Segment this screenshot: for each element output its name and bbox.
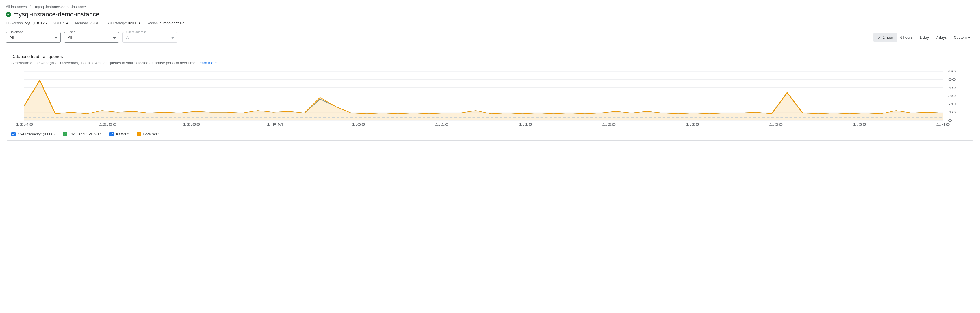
breadcrumb-current: mysql-instance-demo-instance [35, 5, 86, 9]
time-range-label: 7 days [936, 35, 947, 40]
card-subtitle: A measure of the work (in CPU-seconds) t… [11, 60, 969, 65]
storage-value: 320 GB [128, 21, 140, 25]
time-range-label: 1 day [920, 35, 929, 40]
svg-text:10: 10 [948, 111, 956, 114]
svg-text:12:50: 12:50 [99, 123, 117, 126]
vcpus-value: 4 [67, 21, 68, 25]
dropdown-icon [171, 35, 174, 40]
legend-cpu-capacity[interactable]: CPU capacity: (4.000) [11, 132, 55, 136]
controls-row: Database All User All Client address All… [6, 32, 974, 43]
card-title: Database load - all queries [11, 54, 969, 59]
svg-text:30: 30 [948, 94, 956, 98]
region-label: Region: [147, 21, 159, 25]
legend-cpu-wait[interactable]: CPU and CPU wait [63, 132, 102, 136]
svg-text:1:05: 1:05 [351, 123, 365, 126]
chevron-right-icon [29, 5, 33, 9]
client-address-select: Client address All [123, 32, 177, 43]
client-select-value: All [126, 35, 130, 40]
instance-meta: DB version: MySQL 8.0.26 vCPUs: 4 Memory… [6, 21, 974, 25]
svg-text:1:35: 1:35 [852, 123, 866, 126]
time-range-1hour[interactable]: 1 hour [873, 33, 897, 42]
database-load-card: Database load - all queries A measure of… [6, 49, 974, 141]
legend-label: CPU and CPU wait [69, 132, 102, 136]
svg-text:0: 0 [948, 119, 952, 122]
legend-swatch-icon [110, 132, 114, 136]
time-range-1day[interactable]: 1 day [916, 33, 932, 42]
dropdown-icon [55, 35, 57, 40]
db-version-label: DB version: [6, 21, 24, 25]
svg-text:50: 50 [948, 78, 956, 81]
time-range-label: 1 hour [883, 35, 893, 40]
user-select[interactable]: User All [64, 32, 119, 43]
time-range-6hours[interactable]: 6 hours [897, 33, 916, 42]
chart-legend: CPU capacity: (4.000) CPU and CPU wait I… [11, 132, 969, 136]
client-select-label: Client address [125, 30, 148, 34]
svg-text:1:30: 1:30 [769, 123, 783, 126]
storage-label: SSD storage: [106, 21, 127, 25]
time-range-label: 6 hours [900, 35, 913, 40]
svg-text:12:55: 12:55 [182, 123, 200, 126]
database-select[interactable]: Database All [6, 32, 60, 43]
time-range-custom[interactable]: Custom [950, 33, 974, 42]
svg-text:1:10: 1:10 [435, 123, 449, 126]
database-select-label: Database [8, 30, 24, 34]
svg-text:1:40: 1:40 [936, 123, 950, 126]
dropdown-icon [113, 35, 116, 40]
legend-label: CPU capacity: (4.000) [18, 132, 55, 136]
database-load-chart[interactable]: 010203040506012:4512:5012:551 PM1:051:10… [11, 68, 969, 129]
time-range-label: Custom [954, 35, 967, 40]
svg-text:1:15: 1:15 [518, 123, 532, 126]
database-select-value: All [10, 35, 14, 40]
legend-label: Lock Wait [143, 132, 160, 136]
card-subtitle-text: A measure of the work (in CPU-seconds) t… [11, 60, 196, 65]
svg-marker-27 [24, 80, 943, 121]
legend-swatch-icon [137, 132, 141, 136]
region-value: europe-north1-a [160, 21, 185, 25]
user-select-value: All [68, 35, 72, 40]
svg-text:1 PM: 1 PM [266, 123, 283, 126]
legend-lock-wait[interactable]: Lock Wait [137, 132, 160, 136]
svg-text:60: 60 [948, 70, 956, 73]
learn-more-link[interactable]: Learn more [197, 60, 217, 65]
page-title: mysql-instance-demo-instance [13, 11, 99, 18]
legend-swatch-icon [63, 132, 67, 136]
dropdown-icon [968, 37, 971, 38]
svg-text:20: 20 [948, 103, 956, 106]
breadcrumb-root-link[interactable]: All instances [6, 5, 27, 9]
user-select-label: User [67, 30, 76, 34]
svg-text:12:45: 12:45 [15, 123, 33, 126]
memory-label: Memory: [75, 21, 89, 25]
svg-text:1:20: 1:20 [602, 123, 616, 126]
legend-label: IO Wait [116, 132, 129, 136]
legend-swatch-icon [11, 132, 16, 136]
vcpus-label: vCPUs: [54, 21, 65, 25]
legend-io-wait[interactable]: IO Wait [110, 132, 129, 136]
chart-container: 010203040506012:4512:5012:551 PM1:051:10… [11, 68, 969, 129]
time-range-selector: 1 hour 6 hours 1 day 7 days Custom [873, 33, 974, 42]
title-row: mysql-instance-demo-instance [6, 11, 974, 18]
breadcrumb: All instances mysql-instance-demo-instan… [6, 5, 974, 9]
svg-text:40: 40 [948, 86, 956, 89]
memory-value: 26 GB [89, 21, 99, 25]
db-version-value: MySQL 8.0.26 [25, 21, 46, 25]
check-icon [877, 35, 881, 40]
svg-text:1:25: 1:25 [685, 123, 699, 126]
status-running-icon [6, 12, 11, 17]
time-range-7days[interactable]: 7 days [932, 33, 950, 42]
